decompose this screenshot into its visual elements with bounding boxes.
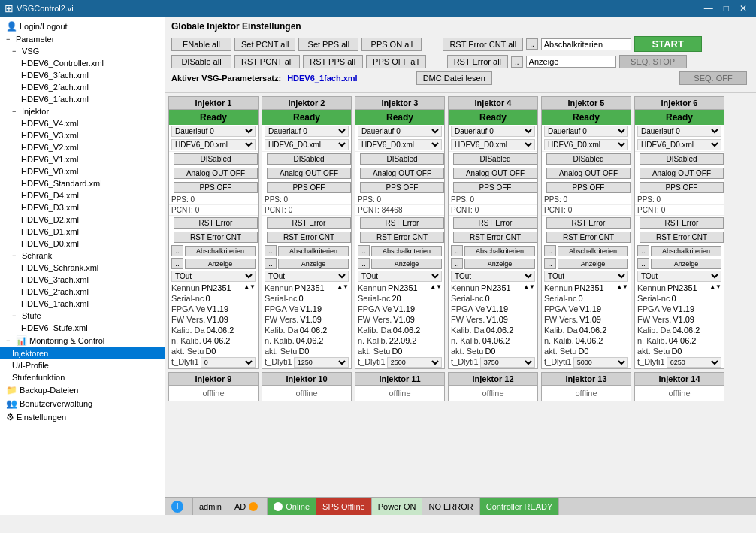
anzeige-input[interactable]: [526, 56, 616, 68]
inj-rst-error-cnt-btn-4[interactable]: RST Error CNT: [453, 232, 537, 243]
sidebar-item-hdev6-3fach2[interactable]: HDEV6_3fach.xml: [0, 274, 165, 286]
inj-rst-error-btn-3[interactable]: RST Error: [360, 217, 444, 229]
inj-xmlfile-select-5[interactable]: HDEV6_D0.xml: [544, 139, 628, 150]
injektor-expander[interactable]: −: [12, 108, 20, 115]
set-pps-all-button[interactable]: Set PPS all: [298, 38, 358, 51]
rst-error-all-button[interactable]: RST Error all: [447, 55, 508, 68]
inj-pps-off-btn-2[interactable]: PPS OFF: [267, 182, 351, 193]
sidebar-item-hdev6-2fach[interactable]: HDEV6_2fach.xml: [0, 81, 165, 93]
close-button[interactable]: ✕: [735, 3, 751, 14]
inj-tdlyti-select-4[interactable]: 3750: [480, 357, 535, 368]
inj-dots1-btn-2[interactable]: ..: [265, 245, 277, 256]
inj-anzeige-btn-5[interactable]: Anzeige: [558, 259, 628, 269]
inj-xmlfile-select-4[interactable]: HDEV6_D0.xml: [451, 139, 535, 150]
inj-rst-error-btn-2[interactable]: RST Error: [267, 217, 351, 229]
inj-dauerlauf-select-2[interactable]: Dauerlauf 0: [265, 126, 349, 137]
abschalkriterien-input[interactable]: [541, 38, 631, 50]
inj-tout-select-1[interactable]: TOut: [171, 271, 256, 282]
inj-dots2-btn-3[interactable]: ..: [358, 258, 370, 269]
inj-tout-select-5[interactable]: TOut: [544, 271, 628, 282]
inj-analog-out-btn-4[interactable]: Analog-OUT OFF: [453, 168, 537, 179]
sidebar-item-stufenfunktion[interactable]: Stufenfunktion: [0, 371, 165, 383]
inj-dots1-btn-6[interactable]: ..: [637, 245, 649, 256]
sidebar-item-hdev6-d0[interactable]: HDEV6_D0.xml: [0, 238, 165, 250]
dotdot1-button[interactable]: ..: [526, 38, 538, 50]
inj-abschal-btn-5[interactable]: Abschalkriterien: [558, 246, 628, 256]
inj-tout-select-3[interactable]: TOut: [358, 271, 442, 282]
sidebar-item-hdev6-v3[interactable]: HDEV6_V3.xml: [0, 129, 165, 141]
inj-pps-off-btn-1[interactable]: PPS OFF: [174, 182, 258, 193]
sidebar-item-hdev6-v4[interactable]: HDEV6_V4.xml: [0, 117, 165, 129]
inj-rst-error-btn-4[interactable]: RST Error: [453, 217, 537, 229]
monitoring-expander[interactable]: −: [6, 337, 14, 344]
inj-anzeige-btn-6[interactable]: Anzeige: [651, 259, 721, 269]
inj-xmlfile-select-6[interactable]: HDEV6_D0.xml: [637, 139, 721, 150]
sidebar-item-injektoren[interactable]: Injektoren: [0, 347, 165, 359]
inj-xmlfile-select-2[interactable]: HDEV6_D0.xml: [265, 139, 349, 150]
sidebar-item-hdev6-schrank[interactable]: HDEV6_Schrank.xml: [0, 262, 165, 274]
sidebar-item-hdev6-ctrl[interactable]: HDEV6_Controller.xml: [0, 57, 165, 69]
rst-pcnt-all-button[interactable]: RST PCNT all: [234, 55, 300, 68]
inj-analog-out-btn-3[interactable]: Analog-OUT OFF: [360, 168, 444, 179]
inj-dauerlauf-select-1[interactable]: Dauerlauf 0: [171, 126, 256, 137]
sidebar-item-einstellungen[interactable]: ⚙ Einstellungen: [0, 410, 165, 424]
inj-abschal-btn-1[interactable]: Abschalkriterien: [185, 246, 256, 256]
inj-pps-off-btn-6[interactable]: PPS OFF: [640, 182, 724, 193]
inj-dots1-btn-3[interactable]: ..: [358, 245, 370, 256]
rst-pps-all-button[interactable]: RST PPS all: [303, 55, 363, 68]
inj-pps-off-btn-5[interactable]: PPS OFF: [546, 182, 631, 193]
inj-dots2-btn-5[interactable]: ..: [544, 258, 556, 269]
sidebar-item-parameter[interactable]: − Parameter: [0, 33, 165, 45]
sidebar-item-hdev6-1fach[interactable]: HDEV6_1fach.xml: [0, 93, 165, 105]
inj-tout-select-2[interactable]: TOut: [265, 271, 349, 282]
inj-analog-out-btn-6[interactable]: Analog-OUT OFF: [640, 168, 724, 179]
inj-rst-error-cnt-btn-5[interactable]: RST Error CNT: [546, 232, 631, 243]
inj-abschal-btn-3[interactable]: Abschalkriterien: [371, 246, 442, 256]
inj-tdlyti-select-2[interactable]: 1250: [294, 357, 349, 368]
inj-dots2-btn-4[interactable]: ..: [451, 258, 463, 269]
inj-disabled-btn-3[interactable]: DISabled: [360, 153, 444, 165]
sidebar-item-backup[interactable]: 📁 Backup-Dateien: [0, 383, 165, 397]
inj-pps-off-btn-4[interactable]: PPS OFF: [453, 182, 537, 193]
sidebar-item-hdev6-v0[interactable]: HDEV6_V0.xml: [0, 165, 165, 177]
inj-disabled-btn-6[interactable]: DISabled: [640, 153, 724, 165]
parameter-expander[interactable]: −: [6, 35, 14, 43]
sidebar-item-login[interactable]: 👤 Login/Logout: [0, 20, 165, 33]
inj-rst-error-cnt-btn-3[interactable]: RST Error CNT: [360, 232, 444, 243]
sidebar-item-monitoring[interactable]: − 📊 Monitoring & Control: [0, 334, 165, 347]
inj-dauerlauf-select-5[interactable]: Dauerlauf 0: [544, 126, 628, 137]
sidebar-item-hdev6-v2[interactable]: HDEV6_V2.xml: [0, 141, 165, 153]
inj-dauerlauf-select-4[interactable]: Dauerlauf 0: [451, 126, 535, 137]
inj-analog-out-btn-5[interactable]: Analog-OUT OFF: [546, 168, 631, 179]
sidebar-item-hdev6-2fach2[interactable]: HDEV6_2fach.xml: [0, 286, 165, 298]
inj-rst-error-cnt-btn-2[interactable]: RST Error CNT: [267, 232, 351, 243]
pps-off-all-button[interactable]: PPS OFF all: [366, 55, 426, 68]
inj-rst-error-cnt-btn-1[interactable]: RST Error CNT: [174, 232, 258, 243]
inj-rst-error-cnt-btn-6[interactable]: RST Error CNT: [640, 232, 724, 243]
inj-dots1-btn-5[interactable]: ..: [544, 245, 556, 256]
inj-rst-error-btn-1[interactable]: RST Error: [174, 217, 258, 229]
sidebar-item-hdev6-1fach2[interactable]: HDEV6_1fach.xml: [0, 298, 165, 310]
sidebar-item-hdev6-d1[interactable]: HDEV6_D1.xml: [0, 226, 165, 238]
inj-tdlyti-select-3[interactable]: 2500: [387, 357, 442, 368]
inj-pps-off-btn-3[interactable]: PPS OFF: [360, 182, 444, 193]
vsg-expander[interactable]: −: [12, 47, 20, 55]
seq-stop-button[interactable]: SEQ. STOP: [619, 55, 687, 68]
inj-dots1-btn-4[interactable]: ..: [451, 245, 463, 256]
sidebar-item-uiprofile[interactable]: U/I-Profile: [0, 359, 165, 371]
dotdot2-button[interactable]: ..: [511, 56, 523, 68]
inj-disabled-btn-1[interactable]: DISabled: [174, 153, 258, 165]
sidebar-item-hdev6-d3[interactable]: HDEV6_D3.xml: [0, 201, 165, 214]
sidebar-item-benutzerverwaltung[interactable]: 👥 Benutzerverwaltung: [0, 397, 165, 410]
inj-anzeige-btn-2[interactable]: Anzeige: [278, 259, 349, 269]
inj-anzeige-btn-4[interactable]: Anzeige: [464, 259, 535, 269]
inj-anzeige-btn-1[interactable]: Anzeige: [185, 259, 256, 269]
minimize-button[interactable]: —: [700, 3, 718, 14]
inj-rst-error-btn-6[interactable]: RST Error: [640, 217, 724, 229]
inj-dots2-btn-6[interactable]: ..: [637, 258, 649, 269]
inj-xmlfile-select-3[interactable]: HDEV6_D0.xml: [358, 139, 442, 150]
inj-tdlyti-select-5[interactable]: 5000: [573, 357, 628, 368]
inj-tout-select-6[interactable]: TOut: [637, 271, 721, 282]
enable-all-button[interactable]: ENable all: [171, 38, 231, 51]
inj-xmlfile-select-1[interactable]: HDEV6_D0.xml: [171, 139, 256, 150]
